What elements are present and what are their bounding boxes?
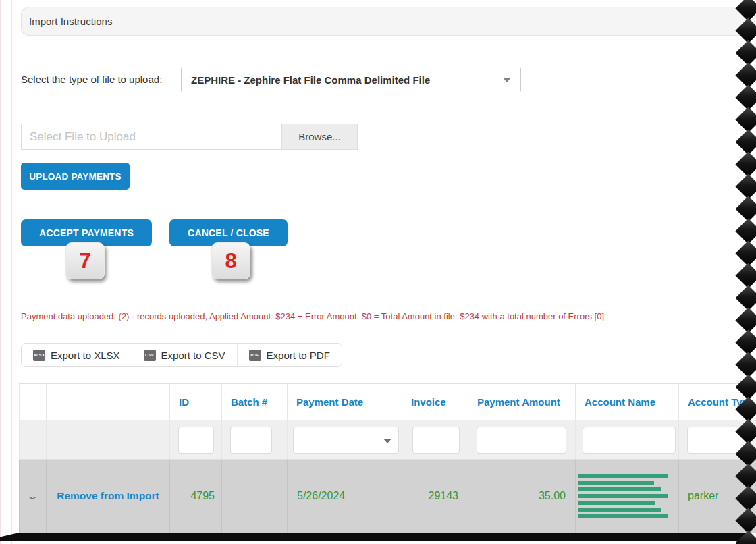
export-button-group: XLSX Export to XLSX CSV Export to CSV PD… — [21, 343, 342, 367]
file-type-label: Select the type of file to upload: — [21, 74, 162, 85]
header-expand-column — [19, 384, 46, 420]
header-payment-date[interactable]: Payment Date — [287, 384, 402, 420]
file-type-selected-value: ZEPHIRE - Zephire Flat File Comma Delimi… — [191, 74, 503, 86]
frame-left-edge — [0, 0, 1, 544]
header-invoice[interactable]: Invoice — [402, 384, 468, 420]
step-badge-7: 7 — [65, 242, 105, 279]
export-pdf-button[interactable]: PDF Export to PDF — [237, 344, 342, 366]
cell-invoice: 29143 — [402, 460, 468, 533]
cell-batch — [221, 460, 287, 533]
filter-action-cell — [46, 420, 169, 459]
filter-account-type-input[interactable] — [687, 427, 748, 454]
upload-payments-button[interactable]: UPLOAD PAYMENTS — [21, 163, 130, 190]
header-payment-amount[interactable]: Payment Amount — [468, 384, 575, 420]
import-payments-page: Import Instructions Select the type of f… — [0, 0, 756, 544]
header-account-type[interactable]: Account Type — [678, 384, 756, 420]
filter-payment-date-dropdown[interactable] — [293, 427, 399, 454]
header-account-name[interactable]: Account Name — [575, 384, 678, 420]
filter-batch-input[interactable] — [230, 427, 272, 454]
step-number: 8 — [225, 249, 236, 273]
filter-payment-amount-input[interactable] — [477, 427, 566, 454]
csv-file-icon: CSV — [144, 350, 156, 361]
filter-account-name-input[interactable] — [583, 427, 676, 454]
browse-button[interactable]: Browse... — [281, 124, 358, 150]
export-csv-label: Export to CSV — [161, 350, 225, 361]
table-filter-row — [19, 420, 756, 459]
export-xlsx-label: Export to XLSX — [51, 350, 120, 361]
header-id[interactable]: ID — [169, 384, 221, 420]
payments-table: ID Batch # Payment Date Invoice Payment … — [19, 383, 756, 533]
cell-account-name — [575, 460, 678, 533]
table-header-row: ID Batch # Payment Date Invoice Payment … — [19, 383, 756, 420]
chevron-down-icon — [503, 78, 511, 82]
panel-title: Import Instructions — [29, 16, 112, 27]
step-badge-8: 8 — [211, 242, 250, 279]
file-type-dropdown[interactable]: ZEPHIRE - Zephire Flat File Comma Delimi… — [181, 67, 521, 92]
header-batch[interactable]: Batch # — [221, 384, 287, 420]
cell-id: 4795 — [169, 460, 221, 533]
panel-header[interactable]: Import Instructions — [21, 7, 756, 36]
step-number: 7 — [79, 249, 90, 273]
filter-invoice-input[interactable] — [412, 427, 460, 454]
export-pdf-label: Export to PDF — [267, 350, 330, 361]
upload-status-message: Payment data uploaded: (2) - records upl… — [21, 311, 669, 321]
cell-account-type: parker — [678, 460, 756, 533]
export-csv-button[interactable]: CSV Export to CSV — [132, 344, 237, 366]
cell-payment-date: 5/26/2024 — [287, 460, 402, 533]
screenshot-bottom-edge — [0, 533, 747, 541]
pdf-file-icon: PDF — [249, 350, 261, 361]
cell-payment-amount: 35.00 — [468, 460, 575, 533]
browse-button-label: Browse... — [298, 131, 341, 142]
chevron-down-icon — [383, 439, 392, 443]
filter-expand-cell — [19, 420, 46, 459]
file-upload-input[interactable] — [21, 124, 281, 150]
header-action-column — [46, 384, 169, 420]
account-name-redaction-bars — [578, 474, 668, 518]
remove-from-import-link[interactable]: Remove from Import — [57, 490, 159, 502]
filter-id-input[interactable] — [178, 427, 214, 454]
panel-left-border — [11, 0, 12, 544]
row-expand-chevron-icon[interactable]: ⌄ — [26, 490, 39, 502]
xlsx-file-icon: XLSX — [33, 350, 45, 361]
table-row: ⌄ Remove from Import 4795 5/26/2024 2914… — [19, 459, 756, 533]
export-xlsx-button[interactable]: XLSX Export to XLSX — [22, 344, 132, 366]
